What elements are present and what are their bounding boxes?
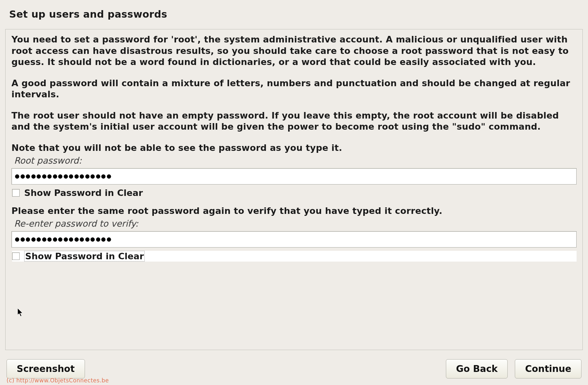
content-panel: You need to set a password for 'root', t… xyxy=(5,29,583,350)
page-title: Set up users and passwords xyxy=(9,8,583,20)
verify-prompt: Please enter the same root password agai… xyxy=(11,206,577,216)
show-password-2-checkbox[interactable] xyxy=(12,252,20,260)
verify-password-label: Re-enter password to verify: xyxy=(14,218,577,229)
root-password-label: Root password: xyxy=(14,155,577,166)
show-password-1-label: Show Password in Clear xyxy=(24,188,143,198)
verify-password-input[interactable] xyxy=(11,231,577,248)
show-password-2-row[interactable]: Show Password in Clear xyxy=(12,251,577,262)
show-password-2-label: Show Password in Clear xyxy=(24,251,145,262)
screenshot-button[interactable]: Screenshot xyxy=(7,359,85,378)
continue-button[interactable]: Continue xyxy=(515,359,581,378)
intro-paragraph-2: A good password will contain a mixture o… xyxy=(11,78,577,100)
go-back-button[interactable]: Go Back xyxy=(446,359,508,378)
button-bar: Screenshot Go Back Continue xyxy=(5,359,583,380)
intro-paragraph-4: Note that you will not be able to see th… xyxy=(11,142,577,154)
intro-paragraph-1: You need to set a password for 'root', t… xyxy=(11,34,577,68)
show-password-1-row[interactable]: Show Password in Clear xyxy=(12,188,577,198)
root-password-input[interactable] xyxy=(11,168,577,184)
watermark: (c) http://www.ObjetsConnectes.be xyxy=(7,377,109,384)
intro-paragraph-3: The root user should not have an empty p… xyxy=(11,110,577,133)
show-password-1-checkbox[interactable] xyxy=(12,189,20,197)
